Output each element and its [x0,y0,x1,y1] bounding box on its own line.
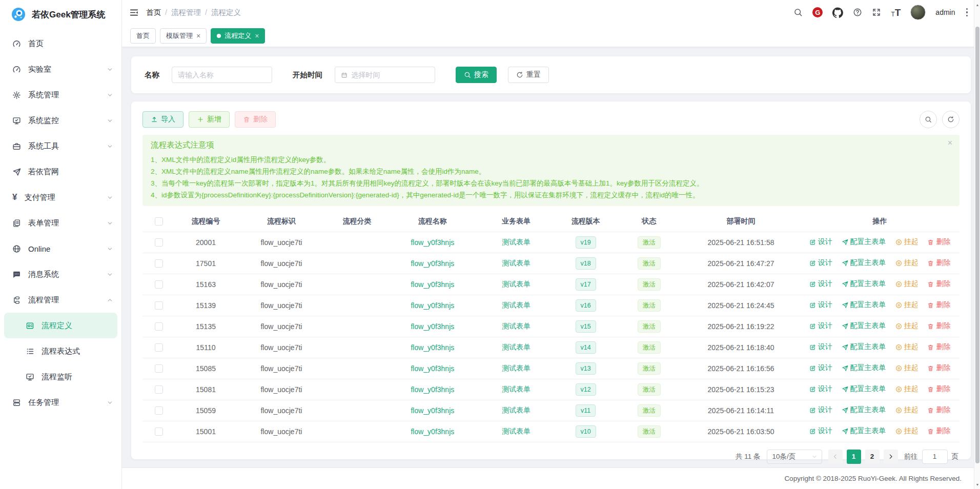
cell-process-name-link[interactable]: flow_y0f3hnjs [387,421,477,442]
scrollbar-down-arrow[interactable]: ▼ [974,481,980,488]
sidebar-item-online[interactable]: Online [0,236,121,261]
design-button[interactable]: 设计 [809,321,832,331]
cell-process-name-link[interactable]: flow_y0f3hnjs [387,295,477,316]
avatar[interactable] [910,5,926,20]
fullscreen-button[interactable] [872,8,881,17]
design-button[interactable]: 设计 [809,342,832,352]
import-button[interactable]: 导入 [142,111,183,128]
config-main-form-button[interactable]: 配置主表单 [842,237,886,247]
suspend-button[interactable]: 挂起 [895,426,918,436]
tab-template-manage[interactable]: 模版管理 × [160,28,207,44]
suspend-button[interactable]: 挂起 [895,300,918,310]
search-button[interactable]: 搜索 [456,67,497,83]
cell-business-form-link[interactable]: 测试表单 [478,232,555,253]
next-page-button[interactable] [884,450,898,464]
page-size-select[interactable]: 10条/页 [767,450,822,464]
suspend-button[interactable]: 挂起 [895,258,918,268]
sidebar-item-process-listener[interactable]: 流程监听 [0,364,121,390]
cell-process-name-link[interactable]: flow_y0f3hnjs [387,379,477,400]
row-checkbox[interactable] [155,322,163,331]
row-checkbox[interactable] [155,427,163,436]
design-button[interactable]: 设计 [809,426,832,436]
select-all-checkbox[interactable] [155,217,163,226]
design-button[interactable]: 设计 [809,237,832,247]
cell-business-form-link[interactable]: 测试表单 [478,337,555,358]
cell-business-form-link[interactable]: 测试表单 [478,253,555,274]
config-main-form-button[interactable]: 配置主表单 [842,405,886,415]
add-button[interactable]: 新增 [189,111,230,128]
cell-process-name-link[interactable]: flow_y0f3hnjs [387,232,477,253]
cell-business-form-link[interactable]: 测试表单 [478,316,555,337]
config-main-form-button[interactable]: 配置主表单 [842,363,886,373]
config-main-form-button[interactable]: 配置主表单 [842,258,886,268]
cell-business-form-link[interactable]: 测试表单 [478,421,555,442]
sidebar-item-process-expression[interactable]: 流程表达式 [0,338,121,364]
sidebar-item-message-system[interactable]: 消息系统 [0,261,121,287]
suspend-button[interactable]: 挂起 [895,237,918,247]
delete-button-disabled[interactable]: 删除 [235,111,276,128]
row-delete-button[interactable]: 删除 [927,279,950,289]
suspend-button[interactable]: 挂起 [895,363,918,373]
row-checkbox[interactable] [155,343,163,352]
row-delete-button[interactable]: 删除 [927,237,950,247]
sidebar-item-home[interactable]: 首页 [0,31,121,56]
suspend-button[interactable]: 挂起 [895,342,918,352]
sidebar-item-process-definition[interactable]: 流程定义 [4,313,117,338]
close-icon[interactable]: × [255,32,259,40]
sidebar-item-system-monitor[interactable]: 系统监控 [0,108,121,133]
sidebar-item-payment[interactable]: ¥ 支付管理 [0,185,121,210]
design-button[interactable]: 设计 [809,384,832,394]
row-delete-button[interactable]: 删除 [927,342,950,352]
suspend-button[interactable]: 挂起 [895,279,918,289]
cell-business-form-link[interactable]: 测试表单 [478,358,555,379]
row-delete-button[interactable]: 删除 [927,426,950,436]
breadcrumb-home[interactable]: 首页 [146,8,161,17]
goto-page-input[interactable] [922,450,948,464]
design-button[interactable]: 设计 [809,300,832,310]
config-main-form-button[interactable]: 配置主表单 [842,300,886,310]
cell-process-name-link[interactable]: flow_y0f3hnjs [387,316,477,337]
kebab-menu-icon[interactable] [965,7,969,18]
cell-process-name-link[interactable]: flow_y0f3hnjs [387,358,477,379]
config-main-form-button[interactable]: 配置主表单 [842,321,886,331]
sidebar-item-form-manage[interactable]: 表单管理 [0,210,121,236]
row-checkbox[interactable] [155,301,163,310]
config-main-form-button[interactable]: 配置主表单 [842,342,886,352]
sidebar-item-system-tools[interactable]: 系统工具 [0,133,121,159]
cell-business-form-link[interactable]: 测试表单 [478,274,555,295]
scrollbar-thumb[interactable] [975,27,979,463]
design-button[interactable]: 设计 [809,405,832,415]
cell-process-name-link[interactable]: flow_y0f3hnjs [387,337,477,358]
row-checkbox[interactable] [155,406,163,415]
row-checkbox[interactable] [155,238,163,247]
row-delete-button[interactable]: 删除 [927,258,950,268]
row-delete-button[interactable]: 删除 [927,384,950,394]
refresh-table-button[interactable] [942,111,959,128]
cell-process-name-link[interactable]: flow_y0f3hnjs [387,400,477,421]
font-size-button[interactable] [891,8,901,17]
close-icon[interactable]: × [196,32,200,40]
suspend-button[interactable]: 挂起 [895,405,918,415]
page-2-button[interactable]: 2 [865,450,880,464]
sidebar-item-lab[interactable]: 实验室 [0,56,121,82]
app-logo[interactable]: 若依Geek管理系统 [0,0,121,29]
sidebar-item-official-site[interactable]: 若依官网 [0,159,121,185]
close-icon[interactable] [948,139,952,147]
cell-process-name-link[interactable]: flow_y0f3hnjs [387,274,477,295]
username[interactable]: admin [935,8,955,16]
design-button[interactable]: 设计 [809,279,832,289]
prev-page-button[interactable] [828,450,843,464]
config-main-form-button[interactable]: 配置主表单 [842,384,886,394]
row-checkbox[interactable] [155,280,163,289]
design-button[interactable]: 设计 [809,258,832,268]
start-time-input[interactable] [351,71,429,79]
header-search-button[interactable] [793,8,803,17]
config-main-form-button[interactable]: 配置主表单 [842,426,886,436]
sidebar-item-task-manage[interactable]: 任务管理 [0,390,121,415]
toggle-search-button[interactable] [920,111,937,128]
cell-business-form-link[interactable]: 测试表单 [478,379,555,400]
github-icon[interactable] [832,7,843,18]
cell-business-form-link[interactable]: 测试表单 [478,400,555,421]
suspend-button[interactable]: 挂起 [895,321,918,331]
sidebar-item-process-manage[interactable]: 流程管理 [0,287,121,313]
